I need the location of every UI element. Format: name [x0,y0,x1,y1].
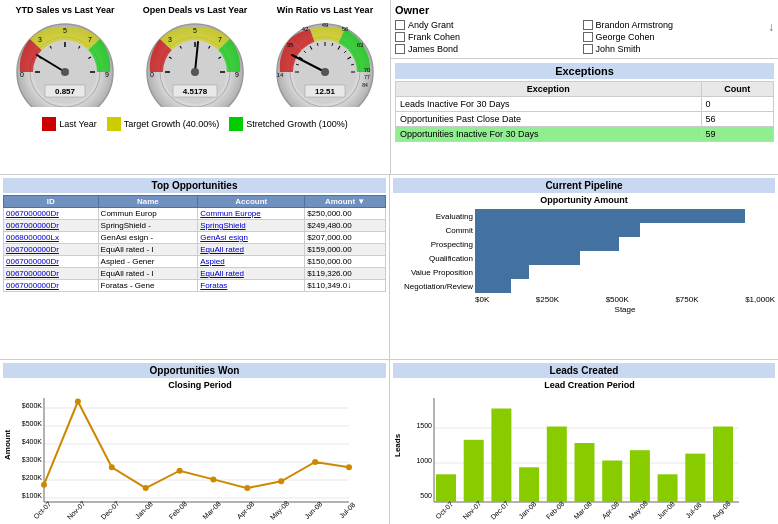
svg-text:5: 5 [193,27,197,34]
svg-text:9: 9 [105,71,109,78]
opp-account-link[interactable]: Aspied [200,257,224,266]
owner-john-checkbox[interactable] [583,44,593,54]
pipeline-x-500k: $500K [606,295,629,304]
pipeline-chart-area: Evaluating Commit Prospecting Qualificat… [393,209,775,293]
svg-text:1000: 1000 [416,457,432,464]
svg-point-83 [109,464,115,470]
won-y-label-text: Amount [3,430,12,460]
svg-point-64 [321,68,329,76]
owner-grid: Andy Grant Brandon Armstrong Frank Cohen [395,20,768,54]
exception-past-close-count: 56 [701,112,773,127]
svg-text:$500K: $500K [22,420,43,427]
right-panel: Owner Andy Grant Brandon Armstrong [390,0,778,174]
opp-col-name: Name [98,196,198,208]
opp-link[interactable]: 0067000000Dr [6,257,59,266]
pipeline-stage-value-prop: Value Proposition [411,268,473,277]
svg-text:5: 5 [63,27,67,34]
leads-section: Leads Created Leads Lead Creation Period… [390,360,778,524]
pipeline-bars [475,209,775,293]
svg-text:0.857: 0.857 [55,87,76,96]
gauge-win-svg: 14 35 42 49 56 63 70 77 84 [270,17,380,107]
owner-george[interactable]: George Cohen [583,32,769,42]
svg-text:Dec-07: Dec-07 [489,500,510,521]
opp-account-link[interactable]: EquAll rated [200,245,244,254]
owner-james[interactable]: James Bond [395,44,581,54]
svg-text:500: 500 [420,492,432,499]
owner-frank-checkbox[interactable] [395,32,405,42]
pipeline-section: Current Pipeline Opportunity Amount Eval… [390,175,778,359]
exception-row-past-close: Opportunities Past Close Date 56 [396,112,774,127]
amount-sort-arrow: ▼ [357,197,365,206]
owner-andy-checkbox[interactable] [395,20,405,30]
opp-account-link[interactable]: GenAsi esign [200,233,248,242]
legend-row: Last Year Target Growth (40.00%) Stretch… [0,112,390,136]
exception-inactive-count: 59 [701,127,773,142]
opp-account-link[interactable]: Commun Europe [200,209,260,218]
svg-text:Oct-07: Oct-07 [32,500,52,520]
svg-text:14: 14 [277,72,284,78]
opp-link[interactable]: 0067000000Dr [6,269,59,278]
pipeline-bar-commit [475,223,640,237]
opp-account-link[interactable]: Foratas [200,281,227,290]
owner-john[interactable]: John Smith [583,44,769,54]
owner-brandon[interactable]: Brandon Armstrong [583,20,769,30]
exceptions-col-exception: Exception [396,82,702,97]
opp-link[interactable]: 0067000000Dr [6,245,59,254]
svg-text:12.51: 12.51 [315,87,336,96]
svg-text:0: 0 [20,71,24,78]
svg-text:Jan-08: Jan-08 [134,500,154,520]
owner-frank[interactable]: Frank Cohen [395,32,581,42]
opp-account-link[interactable]: SpringShield [200,221,245,230]
svg-text:42: 42 [302,26,309,32]
bottom-row: Opportunities Won Amount Closing Period … [0,360,778,524]
opp-col-account: Account [198,196,305,208]
exception-row-leads: Leads Inactive For 30 Days 0 [396,97,774,112]
owner-george-checkbox[interactable] [583,32,593,42]
opp-account-link[interactable]: EquAll rated [200,269,244,278]
opp-link[interactable]: 0068000000Lx [6,233,59,242]
owner-george-label: George Cohen [596,32,655,42]
exception-leads-label: Leads Inactive For 30 Days [396,97,702,112]
svg-text:Apr-08: Apr-08 [236,500,257,521]
won-chart-container: Closing Period $100K $200K $300K $400K $… [14,380,386,507]
opp-name: GenAsi esign - [98,232,198,244]
gauge-open-deals: Open Deals vs Last Year [135,5,255,107]
svg-text:Jan-08: Jan-08 [517,500,537,520]
middle-row: Top Opportunities ID Name Account Amount… [0,175,778,360]
legend-stretched-label: Stretched Growth (100%) [246,119,348,129]
gauge-open-title: Open Deals vs Last Year [143,5,247,15]
owner-andy-label: Andy Grant [408,20,454,30]
opp-link[interactable]: 0067000000Dr [6,221,59,230]
svg-text:Nov-07: Nov-07 [461,500,482,521]
legend-target-label: Target Growth (40.00%) [124,119,220,129]
opp-link[interactable]: 0067000000Dr [6,281,59,290]
opp-link[interactable]: 0067000000Dr [6,209,59,218]
owner-panel: Owner Andy Grant Brandon Armstrong [391,0,778,59]
exceptions-title: Exceptions [395,63,774,79]
svg-text:Jul-08: Jul-08 [338,501,357,520]
svg-text:3: 3 [168,36,172,43]
svg-text:56: 56 [342,26,349,32]
svg-point-84 [143,485,149,491]
owner-andy[interactable]: Andy Grant [395,20,581,30]
pipeline-stage-prospecting: Prospecting [431,240,473,249]
svg-point-16 [61,68,69,76]
opp-name: EquAll rated - I [98,244,198,256]
owner-james-checkbox[interactable] [395,44,405,54]
owner-brandon-checkbox[interactable] [583,20,593,30]
owner-title: Owner [395,4,774,16]
main-container: YTD Sales vs Last Year [0,0,778,524]
pipeline-stage-evaluating: Evaluating [436,212,473,221]
opportunities-title: Top Opportunities [3,178,386,193]
gauge-win-ratio: Win Ratio vs Last Year [265,5,385,107]
legend-stretched: Stretched Growth (100%) [229,117,348,131]
svg-rect-115 [602,461,622,503]
svg-text:Feb-08: Feb-08 [545,500,566,521]
table-row: 0067000000Dr Foratas - Gene Foratas $110… [4,280,386,292]
svg-rect-117 [658,474,678,502]
gauge-ytd-title: YTD Sales vs Last Year [16,5,115,15]
owner-scroll-arrow[interactable]: ↓ [768,20,774,34]
leads-title: Leads Created [393,363,775,378]
svg-rect-114 [575,443,595,502]
top-row: YTD Sales vs Last Year [0,0,778,175]
